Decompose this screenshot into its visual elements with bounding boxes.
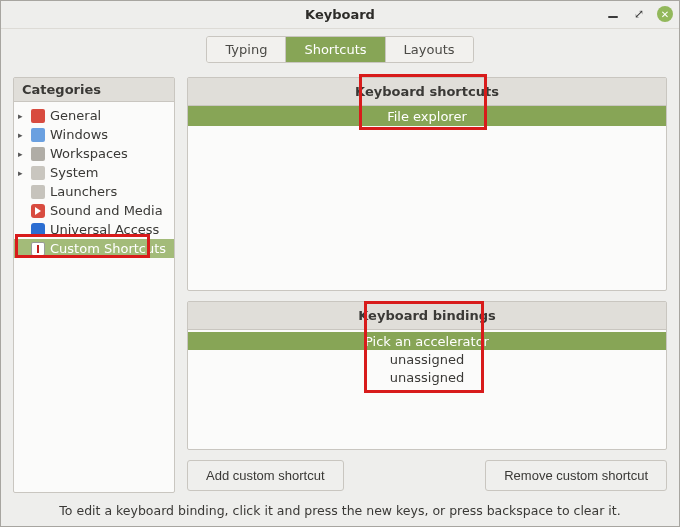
- chevron-right-icon: ▸: [18, 111, 26, 121]
- binding-row[interactable]: Pick an accelerator: [188, 332, 666, 350]
- keyboard-shortcuts-header: Keyboard shortcuts: [188, 78, 666, 106]
- category-label: Universal Access: [50, 222, 159, 237]
- category-label: Windows: [50, 127, 108, 142]
- minimize-button[interactable]: [605, 6, 621, 22]
- category-launchers[interactable]: Launchers: [14, 182, 174, 201]
- categories-list: ▸ General ▸ Windows ▸ Workspaces ▸: [14, 102, 174, 492]
- category-label: Custom Shortcuts: [50, 241, 166, 256]
- tabs-strip: Typing Shortcuts Layouts: [1, 29, 679, 69]
- categories-header: Categories: [14, 78, 174, 102]
- shortcut-row[interactable]: File explorer: [188, 106, 666, 126]
- category-system[interactable]: ▸ System: [14, 163, 174, 182]
- category-label: Workspaces: [50, 146, 128, 161]
- category-custom-shortcuts[interactable]: Custom Shortcuts: [14, 239, 174, 258]
- add-custom-shortcut-button[interactable]: Add custom shortcut: [187, 460, 344, 491]
- tab-layouts[interactable]: Layouts: [386, 37, 473, 62]
- right-column: Keyboard shortcuts File explorer Keyboar…: [187, 77, 667, 493]
- category-workspaces[interactable]: ▸ Workspaces: [14, 144, 174, 163]
- tabs: Typing Shortcuts Layouts: [206, 36, 473, 63]
- category-label: Launchers: [50, 184, 117, 199]
- system-icon: [30, 165, 46, 181]
- keyboard-shortcuts-panel: Keyboard shortcuts File explorer: [187, 77, 667, 291]
- window-title: Keyboard: [305, 7, 375, 22]
- body-area: Categories ▸ General ▸ Windows ▸ Workspa…: [1, 69, 679, 497]
- chevron-right-icon: ▸: [18, 130, 26, 140]
- chevron-right-icon: ▸: [18, 168, 26, 178]
- category-general[interactable]: ▸ General: [14, 106, 174, 125]
- hint-text: To edit a keyboard binding, click it and…: [1, 497, 679, 526]
- category-label: System: [50, 165, 98, 180]
- keyboard-bindings-panel: Keyboard bindings Pick an accelerator un…: [187, 301, 667, 450]
- launchers-icon: [30, 184, 46, 200]
- tab-typing[interactable]: Typing: [207, 37, 286, 62]
- universal-access-icon: [30, 222, 46, 238]
- windows-icon: [30, 127, 46, 143]
- custom-shortcuts-icon: [30, 241, 46, 257]
- category-sound-media[interactable]: Sound and Media: [14, 201, 174, 220]
- close-button[interactable]: ✕: [657, 6, 673, 22]
- tab-shortcuts[interactable]: Shortcuts: [286, 37, 385, 62]
- sound-icon: [30, 203, 46, 219]
- window-controls: ⤢ ✕: [605, 6, 673, 22]
- bindings-list: Pick an accelerator unassigned unassigne…: [188, 330, 666, 388]
- titlebar: Keyboard ⤢ ✕: [1, 1, 679, 29]
- action-buttons: Add custom shortcut Remove custom shortc…: [187, 460, 667, 493]
- binding-row[interactable]: unassigned: [192, 368, 662, 386]
- workspaces-icon: [30, 146, 46, 162]
- general-icon: [30, 108, 46, 124]
- keyboard-bindings-header: Keyboard bindings: [188, 302, 666, 330]
- chevron-right-icon: ▸: [18, 149, 26, 159]
- category-label: General: [50, 108, 101, 123]
- category-universal-access[interactable]: Universal Access: [14, 220, 174, 239]
- keyboard-settings-window: Keyboard ⤢ ✕ Typing Shortcuts Layouts Ca…: [0, 0, 680, 527]
- binding-row[interactable]: unassigned: [192, 350, 662, 368]
- maximize-button[interactable]: ⤢: [631, 6, 647, 22]
- remove-custom-shortcut-button[interactable]: Remove custom shortcut: [485, 460, 667, 491]
- category-windows[interactable]: ▸ Windows: [14, 125, 174, 144]
- categories-panel: Categories ▸ General ▸ Windows ▸ Workspa…: [13, 77, 175, 493]
- category-label: Sound and Media: [50, 203, 163, 218]
